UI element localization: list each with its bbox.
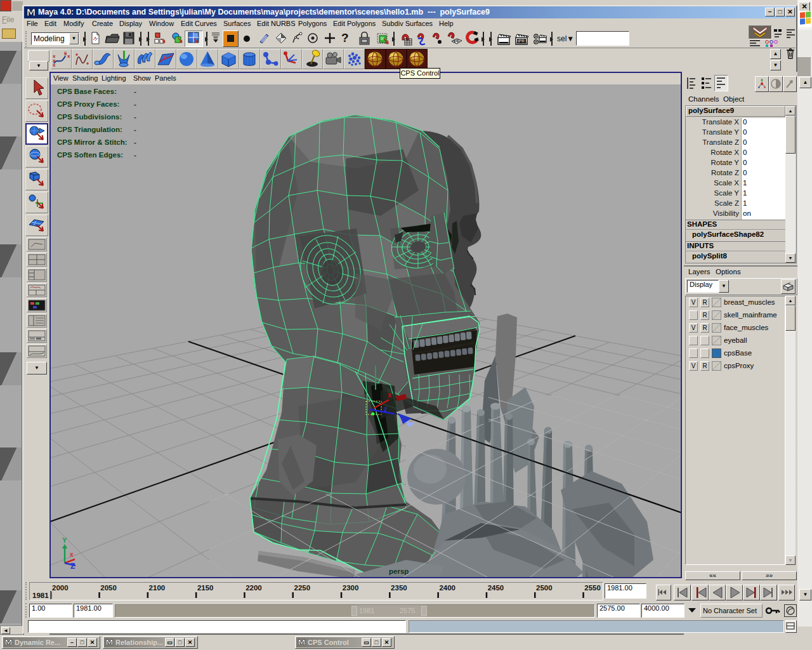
svg-text:2350: 2350 [391, 584, 407, 592]
svg-text:2200: 2200 [246, 584, 262, 592]
svg-text:z: z [384, 406, 387, 413]
svg-text:x: x [53, 62, 56, 68]
svg-text:x: x [388, 391, 392, 399]
svg-text:2100: 2100 [149, 584, 166, 592]
svg-text:2450: 2450 [488, 584, 504, 592]
svg-text:x: x [70, 551, 74, 558]
svg-text:IPR: IPR [518, 39, 525, 43]
svg-text:2000: 2000 [52, 584, 69, 592]
svg-text:2050: 2050 [100, 584, 117, 592]
svg-text:2150: 2150 [197, 584, 214, 592]
svg-text:Y: Y [62, 536, 67, 544]
svg-text:2250: 2250 [294, 584, 311, 592]
svg-text:x: x [67, 53, 70, 59]
svg-text:Z: Z [70, 562, 75, 571]
svg-text:2500: 2500 [536, 584, 553, 592]
svg-text:1981: 1981 [32, 592, 49, 599]
svg-text:2550: 2550 [584, 584, 601, 592]
svg-text:2400: 2400 [439, 584, 455, 592]
svg-text:2300: 2300 [343, 584, 359, 592]
svg-text:u: u [64, 50, 67, 55]
